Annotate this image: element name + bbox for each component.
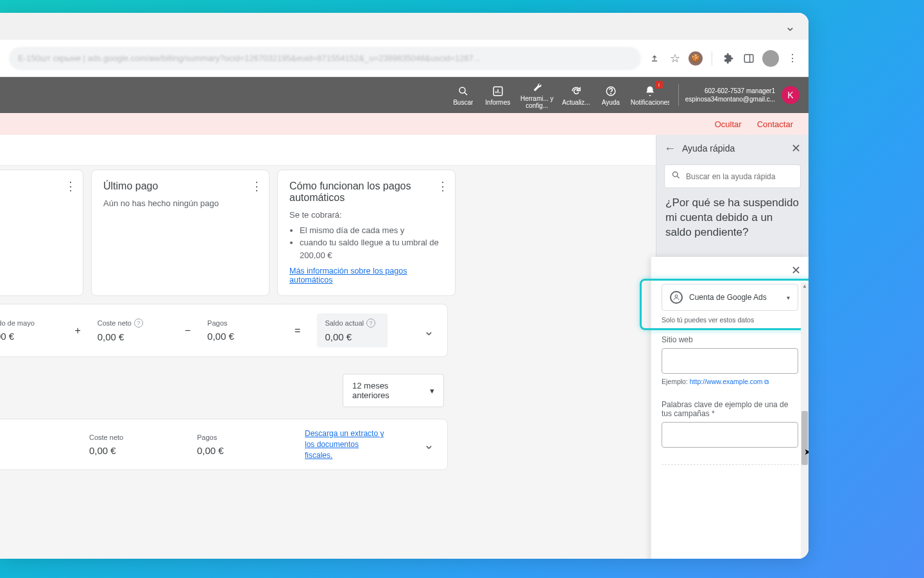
- help-button[interactable]: Ayuda: [594, 77, 628, 113]
- sidepanel-icon[interactable]: [742, 51, 756, 66]
- hide-alert-link[interactable]: Ocultar: [715, 119, 742, 129]
- bookmark-star-icon[interactable]: ☆: [668, 51, 682, 66]
- share-icon[interactable]: [647, 51, 662, 66]
- browser-chrome: ⌄ E-150шт скрыне | ads.google.com/aw/bil…: [0, 13, 809, 77]
- svg-point-10: [673, 172, 678, 177]
- date-range-label: 12 meses anteriores: [352, 381, 404, 400]
- tools-button[interactable]: Herrami... y config...: [515, 77, 559, 113]
- learn-more-link[interactable]: Más información sobre los pagos automáti…: [289, 267, 443, 285]
- svg-line-3: [465, 92, 467, 95]
- chevron-down-icon[interactable]: ⌄: [424, 323, 434, 338]
- reports-label: Informes: [485, 99, 510, 106]
- help-icon: [605, 85, 617, 98]
- search-label: Buscar: [453, 99, 473, 106]
- tools-label: Herrami... y config...: [518, 95, 556, 109]
- card-intro: Se te cobrará:: [289, 209, 443, 222]
- balance-label: Coste neto: [98, 319, 132, 327]
- refresh-icon: [570, 85, 582, 98]
- card-how-payments-work: Cómo funcionan los pagos automáticos ⋮ S…: [277, 170, 456, 296]
- form-divider: [662, 464, 798, 465]
- keywords-input[interactable]: [662, 422, 798, 448]
- date-range-selector[interactable]: 12 meses anteriores ▾: [343, 374, 444, 407]
- website-example: Ejemplo: http://www.example.com⧉: [662, 378, 798, 386]
- refresh-button[interactable]: Actualiz...: [559, 77, 594, 113]
- notifications-button[interactable]: ! Notificaciones: [628, 77, 672, 113]
- svg-rect-0: [744, 55, 753, 62]
- balance-label: Pagos: [207, 319, 278, 327]
- summary-label: Pagos: [197, 434, 268, 441]
- summary-row: Coste neto 0,00 € Pagos 0,00 € Descarga …: [0, 419, 448, 470]
- account-selector[interactable]: Cuenta de Google Ads ▾: [662, 284, 798, 311]
- extensions-icon[interactable]: [721, 51, 735, 66]
- help-tooltip-icon[interactable]: ?: [366, 319, 375, 328]
- account-info: 602-602-7537 manager1 espinosa34montano@…: [685, 87, 775, 103]
- account-id: 602-602-7537 manager1: [685, 87, 775, 95]
- contact-form-panel: ✕ Cuenta de Google Ads ▾ Solo tú puedes …: [651, 257, 809, 559]
- dropdown-arrow-icon: ▾: [787, 294, 790, 301]
- balance-label: Saldo actual: [325, 319, 364, 327]
- account-selector-label: Cuenta de Google Ads: [689, 293, 780, 302]
- equals-operator: =: [283, 325, 312, 337]
- cookie-icon[interactable]: 🍪: [689, 51, 703, 66]
- scrollbar-thumb[interactable]: [801, 411, 808, 465]
- card-title: Último pago: [103, 180, 257, 192]
- svg-line-11: [677, 176, 679, 178]
- balance-label: Saldo de mayo: [0, 319, 58, 327]
- card-automatic: mático ? ⋮ os: [0, 170, 83, 296]
- website-field-label: Sitio web: [662, 335, 798, 344]
- search-button[interactable]: Buscar: [446, 77, 481, 113]
- balance-row: lizan en Saldo de mayo 0,00 € + Coste ne…: [0, 304, 448, 357]
- divider: [712, 51, 712, 66]
- help-label: Ayuda: [602, 99, 620, 106]
- summary-value: 0,00 €: [89, 445, 160, 456]
- more-menu-icon[interactable]: ⋮: [65, 179, 76, 193]
- balance-value: 0,00 €: [325, 331, 380, 342]
- svg-point-2: [459, 87, 465, 93]
- contact-link[interactable]: Contactar: [757, 119, 793, 129]
- person-circle-icon: [670, 291, 683, 304]
- url-bar: E-150шт скрыне | ads.google.com/aw/billi…: [0, 40, 809, 77]
- summary-label: Coste neto: [89, 434, 160, 441]
- chart-icon: [492, 85, 504, 98]
- balance-value: 0,00 €: [207, 331, 278, 342]
- user-avatar[interactable]: K: [782, 86, 800, 104]
- more-menu-icon[interactable]: ⋮: [251, 179, 262, 193]
- close-icon[interactable]: ✕: [791, 141, 801, 155]
- balance-value: 0,00 €: [98, 331, 168, 342]
- download-statement-link[interactable]: Descarga un extracto y los documentos fi…: [305, 428, 388, 460]
- search-icon: [458, 85, 469, 98]
- scrollbar-track[interactable]: ▲ ➤: [801, 283, 809, 559]
- bell-icon: [644, 85, 656, 98]
- reports-button[interactable]: Informes: [481, 77, 515, 113]
- alert-bar: Ocultar Contactar: [0, 113, 809, 135]
- minus-operator: −: [173, 325, 202, 337]
- browser-menu-icon[interactable]: ⋮: [785, 51, 800, 66]
- summary-value: 0,00 €: [197, 445, 268, 456]
- search-icon: [671, 170, 681, 182]
- scroll-up-arrow-icon[interactable]: ▲: [801, 283, 809, 290]
- card-body: Se te cobrará: El mismo día de cada mes …: [289, 209, 443, 261]
- svg-point-12: [675, 295, 678, 297]
- card-title: Cómo funcionan los pagos automáticos: [289, 180, 443, 204]
- help-question-title: ¿Por qué se ha suspendido mi cuenta debi…: [656, 196, 809, 240]
- example-link[interactable]: http://www.example.com: [690, 378, 763, 385]
- website-input[interactable]: [662, 348, 798, 374]
- svg-point-9: [610, 93, 611, 94]
- wrench-icon: [531, 81, 543, 94]
- address-bar[interactable]: E-150шт скрыне | ads.google.com/aw/billi…: [9, 47, 641, 70]
- help-tooltip-icon[interactable]: ?: [134, 319, 143, 328]
- help-panel-title: Ayuda rápida: [682, 143, 785, 153]
- browser-profile-avatar[interactable]: [762, 50, 779, 67]
- help-search-input[interactable]: [686, 172, 794, 181]
- plus-operator: +: [63, 325, 92, 337]
- card-body: os: [0, 197, 71, 210]
- help-search-box[interactable]: [664, 164, 801, 188]
- chevron-down-icon[interactable]: ⌄: [424, 437, 434, 452]
- back-arrow-icon[interactable]: ←: [664, 142, 676, 155]
- chevron-down-icon[interactable]: ⌄: [785, 19, 796, 34]
- more-menu-icon[interactable]: ⋮: [437, 179, 449, 193]
- keywords-field-label: Palabras clave de ejemplo de una de tus …: [662, 400, 798, 418]
- card-last-payment: Último pago ⋮ Aún no has hecho ningún pa…: [91, 170, 270, 296]
- close-icon[interactable]: ✕: [791, 263, 801, 277]
- card-body: Aún no has hecho ningún pago: [103, 197, 257, 210]
